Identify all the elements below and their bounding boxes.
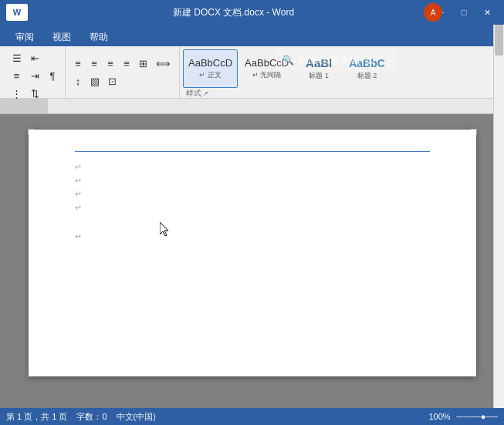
show-marks-button[interactable]: ¶ bbox=[45, 67, 60, 84]
border-button[interactable]: ⊡ bbox=[104, 73, 120, 90]
zoom-slider[interactable]: ────●── bbox=[457, 412, 498, 421]
ruler-indicator bbox=[0, 99, 48, 113]
align-center-icon: ≡ bbox=[91, 58, 97, 69]
decrease-indent-button[interactable]: ⇤ bbox=[27, 49, 43, 66]
maximize-button[interactable]: □ bbox=[453, 5, 475, 20]
justify-button[interactable]: ≡ bbox=[119, 56, 134, 73]
shading-icon: ▧ bbox=[90, 76, 100, 87]
paragraph-mark-3: ↵ bbox=[75, 187, 430, 201]
window-title: 新建 DOCX 文档.docx - Word bbox=[37, 6, 430, 19]
styles-expand-icon[interactable]: ↗ bbox=[203, 90, 208, 97]
page-top-line bbox=[75, 151, 430, 152]
style-no-space-label: ↵ 无间隔 bbox=[252, 70, 282, 80]
align-right-button[interactable]: ≡ bbox=[103, 56, 118, 73]
paragraph-mark-1: ↵ bbox=[75, 160, 430, 174]
app-logo: W bbox=[6, 4, 37, 21]
paragraph-mark-4: ↵ bbox=[75, 201, 430, 215]
align-left-icon: ≡ bbox=[75, 58, 81, 69]
align-center-button[interactable]: ≡ bbox=[86, 56, 102, 73]
close-button[interactable]: ✕ bbox=[476, 5, 498, 20]
ribbon-group-list: ☰ ≡ ⋮ ⇤ ⇥ ⇅ bbox=[3, 46, 66, 98]
sort-icon: ⇅ bbox=[31, 88, 39, 100]
numbering-icon: ≡ bbox=[14, 70, 20, 82]
word-logo-icon: W bbox=[6, 4, 28, 21]
tab-view[interactable]: 视图 bbox=[43, 28, 80, 46]
status-bar: 第 1 页，共 1 页 字数：0 中文(中国) 100% ────●── bbox=[0, 408, 504, 425]
show-marks-icon: ¶ bbox=[50, 70, 56, 82]
line-spacing-icon: ↕ bbox=[76, 76, 81, 87]
paragraph-mark-5: ↵ bbox=[75, 230, 430, 244]
vertical-scrollbar[interactable] bbox=[493, 25, 504, 408]
sub-ruler bbox=[0, 99, 504, 114]
scrollbar-thumb[interactable] bbox=[495, 25, 503, 56]
page-info: 第 1 页，共 1 页 bbox=[6, 411, 67, 423]
bullets-button[interactable]: ☰ bbox=[8, 49, 25, 66]
style-normal-preview: AaBbCcD bbox=[188, 57, 232, 69]
shading-button[interactable]: ▧ bbox=[86, 73, 103, 90]
multilevel-icon: ⋮ bbox=[12, 88, 22, 100]
increase-indent-button[interactable]: ⇥ bbox=[27, 67, 43, 84]
align-row2: ↕ ▧ ⊡ bbox=[70, 73, 174, 90]
ribbon-tabs-bar: 审阅 视图 帮助 🔍 bbox=[0, 25, 504, 46]
style-heading1-label: 标题 1 bbox=[309, 71, 329, 81]
acrobat-icon[interactable]: A bbox=[424, 3, 442, 22]
page-corner-tl bbox=[28, 129, 34, 135]
ribbon-tabs: 审阅 视图 帮助 bbox=[0, 25, 504, 46]
align-row1: ≡ ≡ ≡ ≡ ⊞ ⟺ bbox=[70, 56, 174, 73]
align-left-button[interactable]: ≡ bbox=[70, 56, 86, 73]
border-icon: ⊡ bbox=[108, 76, 117, 87]
document-content[interactable]: ↵ ↵ ↵ ↵ ↵ bbox=[75, 160, 430, 244]
search-icon: 🔍 bbox=[282, 55, 294, 66]
styles-group-label: 样式 ↗ bbox=[183, 88, 498, 101]
document-page[interactable]: ↵ ↵ ↵ ↵ ↵ bbox=[29, 130, 476, 376]
bullets-icon: ☰ bbox=[12, 52, 22, 64]
style-normal-label: ↵ 正文 bbox=[199, 70, 222, 80]
paragraph-space bbox=[75, 214, 430, 230]
ribbon-group-align: ≡ ≡ ≡ ≡ ⊞ ⟺ bbox=[66, 46, 180, 98]
indent-settings-icon: ⟺ bbox=[156, 58, 171, 69]
decrease-indent-icon: ⇤ bbox=[31, 52, 39, 64]
search-input[interactable] bbox=[297, 56, 390, 65]
justify-icon: ≡ bbox=[123, 58, 130, 69]
style-heading2-label: 标题 2 bbox=[357, 71, 377, 81]
distribute-button[interactable]: ⊞ bbox=[135, 56, 151, 73]
style-normal[interactable]: AaBbCcD ↵ 正文 bbox=[183, 49, 238, 88]
line-spacing-button[interactable]: ↕ bbox=[70, 73, 86, 90]
search-bar[interactable]: 🔍 bbox=[276, 49, 396, 71]
indent-settings-button[interactable]: ⟺ bbox=[152, 56, 174, 73]
align-right-icon: ≡ bbox=[107, 58, 113, 69]
align-buttons: ≡ ≡ ≡ ≡ ⊞ ⟺ bbox=[70, 49, 174, 96]
list-btn-column3: ¶ bbox=[45, 67, 60, 84]
distribute-icon: ⊞ bbox=[139, 58, 147, 69]
paragraph-mark-2: ↵ bbox=[75, 174, 430, 188]
zoom-level: 100% bbox=[428, 412, 450, 421]
tab-review[interactable]: 审阅 bbox=[6, 28, 43, 46]
language: 中文(中国) bbox=[117, 411, 156, 423]
document-area: ↵ ↵ ↵ ↵ ↵ bbox=[0, 114, 504, 408]
status-right: 100% ────●── bbox=[428, 412, 498, 421]
align-btn-rows: ≡ ≡ ≡ ≡ ⊞ ⟺ bbox=[70, 56, 174, 90]
ribbon-content: ☰ ≡ ⋮ ⇤ ⇥ ⇅ bbox=[0, 46, 504, 99]
tab-help[interactable]: 帮助 bbox=[80, 28, 117, 46]
list-buttons: ☰ ≡ ⋮ ⇤ ⇥ ⇅ bbox=[8, 49, 60, 102]
list-btn-column1: ☰ ≡ ⋮ bbox=[8, 49, 25, 102]
numbering-button[interactable]: ≡ bbox=[8, 67, 25, 84]
list-btn-column2: ⇤ ⇥ ⇅ bbox=[27, 49, 43, 102]
word-count: 字数：0 bbox=[76, 411, 107, 423]
page-corner-tr bbox=[471, 129, 477, 135]
increase-indent-icon: ⇥ bbox=[31, 70, 39, 82]
align-group-label bbox=[70, 96, 174, 98]
